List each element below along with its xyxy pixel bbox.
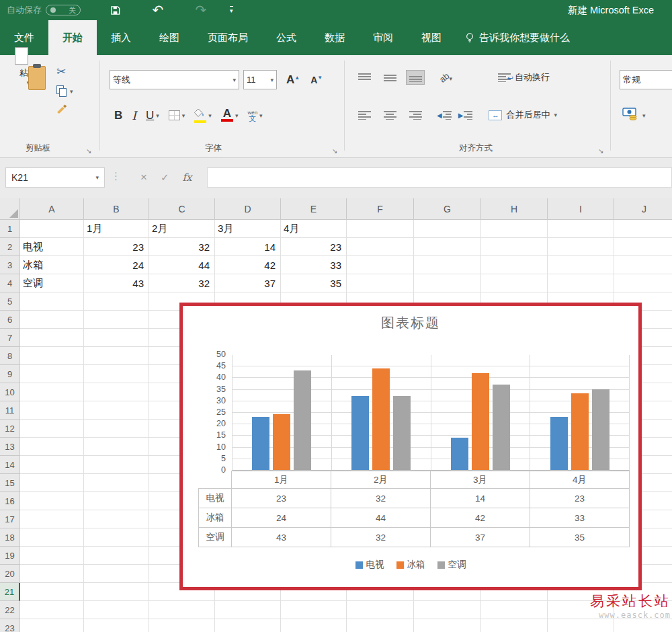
cell-C3[interactable]: 44 [149,256,215,274]
tab-tell-me[interactable]: 告诉我你想要做什么 [456,20,579,55]
cell-B17[interactable] [84,510,149,528]
align-top-button[interactable] [355,70,374,85]
cell-D2[interactable]: 14 [215,238,281,256]
cell-D1[interactable]: 3月 [215,220,281,238]
customize-qat-button[interactable]: ▾ [230,6,233,14]
cell-A18[interactable] [20,528,84,547]
cell-G22[interactable] [414,601,481,619]
cell-H23[interactable] [481,619,548,632]
row-header-9[interactable]: 9 [0,365,20,383]
col-header-E[interactable]: E [281,198,347,220]
cell-A3[interactable]: 冰箱 [20,256,84,274]
cell-A23[interactable] [20,619,84,632]
row-header-18[interactable]: 18 [0,528,20,547]
copy-button[interactable]: ▾ [56,85,73,97]
tab-insert[interactable]: 插入 [97,20,145,55]
row-header-1[interactable]: 1 [0,220,20,238]
cell-A16[interactable] [20,492,84,510]
underline-dropdown-caret[interactable]: ▾ [156,112,159,119]
enter-button[interactable]: ✓ [161,171,169,184]
tab-data[interactable]: 数据 [310,20,359,55]
font-color-button[interactable]: A ▾ [221,109,239,122]
cell-A21[interactable] [20,583,84,601]
cell-B12[interactable] [84,420,149,438]
cell-J3[interactable] [614,256,672,274]
cell-E22[interactable] [281,601,347,619]
cell-J2[interactable] [614,238,672,256]
borders-dropdown-caret[interactable]: ▾ [182,112,185,119]
cancel-button[interactable]: × [140,171,147,184]
bar-s2-c2[interactable] [372,368,390,470]
align-left-button[interactable] [355,108,374,122]
cell-F2[interactable] [347,238,414,256]
cell-I1[interactable] [548,220,614,238]
cell-G2[interactable] [414,238,481,256]
row-header-19[interactable]: 19 [0,547,20,565]
cell-A1[interactable] [20,220,84,238]
row-header-8[interactable]: 8 [0,347,20,365]
row-header-10[interactable]: 10 [0,383,20,401]
font-size-combo[interactable]: 11▾ [243,70,277,89]
tab-home[interactable]: 开始 [48,20,97,55]
orientation-button[interactable]: ab▾ [439,71,452,83]
cell-J23[interactable] [614,619,672,632]
col-header-C[interactable]: C [149,198,215,220]
cell-B7[interactable] [84,329,149,347]
bar-s1-c1[interactable] [252,417,269,470]
cell-J4[interactable] [614,274,672,292]
row-header-7[interactable]: 7 [0,329,20,347]
shrink-font-button[interactable]: A▼ [310,74,323,86]
cell-A7[interactable] [20,329,84,347]
cell-D23[interactable] [215,619,281,632]
row-header-11[interactable]: 11 [0,401,20,420]
cell-B14[interactable] [84,456,149,474]
cell-B21[interactable] [84,583,149,601]
row-header-22[interactable]: 22 [0,601,20,619]
cell-B19[interactable] [84,547,149,565]
row-header-6[interactable]: 6 [0,311,20,329]
cell-E23[interactable] [281,619,347,632]
phonetic-guide-button[interactable]: wén 文 ▾ [247,110,262,121]
alignment-dialog-launcher[interactable]: ↘ [598,147,603,155]
plot-area[interactable] [232,355,630,471]
cell-A6[interactable] [20,311,84,329]
row-header-4[interactable]: 4 [0,274,20,292]
col-header-G[interactable]: G [414,198,481,220]
bar-s2-c4[interactable] [571,393,589,470]
col-header-F[interactable]: F [347,198,414,220]
select-all-corner[interactable] [0,198,20,220]
paste-button[interactable]: 粘贴 ▾ [9,65,47,86]
cell-G3[interactable] [414,256,481,274]
cell-F4[interactable] [347,274,414,292]
cell-J1[interactable] [614,220,672,238]
tab-page-layout[interactable]: 页面布局 [194,20,262,55]
cell-H3[interactable] [481,256,548,274]
bar-s1-c2[interactable] [351,396,369,470]
row-header-16[interactable]: 16 [0,492,20,510]
cell-E3[interactable]: 33 [281,256,347,274]
cell-A10[interactable] [20,383,84,401]
legend-item[interactable]: 冰箱 [396,559,425,571]
cell-I23[interactable] [548,619,614,632]
cell-B8[interactable] [84,347,149,365]
cell-E1[interactable]: 4月 [281,220,347,238]
cell-A11[interactable] [20,401,84,420]
cut-button[interactable]: ✂ [56,65,73,79]
cell-C2[interactable]: 32 [149,238,215,256]
formula-input[interactable] [207,167,672,188]
cell-A8[interactable] [20,347,84,365]
bar-s2-c3[interactable] [472,373,489,470]
row-header-5[interactable]: 5 [0,292,20,311]
cell-H2[interactable] [481,238,548,256]
row-header-2[interactable]: 2 [0,238,20,256]
bar-s1-c4[interactable] [550,417,568,470]
chart-legend[interactable]: 电视冰箱空调 [183,559,638,571]
chart-selection-box[interactable]: 图表标题 50454035302520151050 1月2月3月4月电视2332… [179,303,642,590]
cell-B23[interactable] [84,619,149,632]
cell-H4[interactable] [481,274,548,292]
accounting-format-caret[interactable]: ▾ [642,112,646,119]
cell-A17[interactable] [20,510,84,528]
align-center-button[interactable] [380,108,399,122]
row-header-13[interactable]: 13 [0,438,20,456]
cell-F3[interactable] [347,256,414,274]
